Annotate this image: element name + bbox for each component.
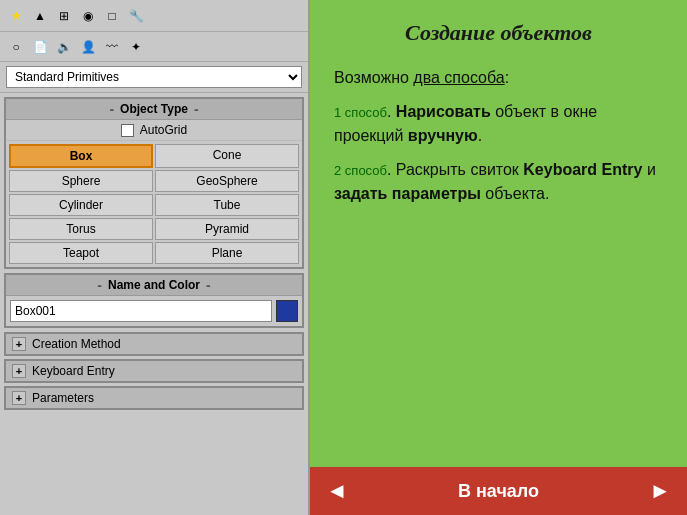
- speaker-icon[interactable]: 🔈: [54, 37, 74, 57]
- underline-text: два способа: [413, 69, 504, 86]
- pyramid-button[interactable]: Pyramid: [155, 218, 299, 240]
- parameters-label: Parameters: [32, 391, 94, 405]
- object-type-label: Object Type: [120, 102, 188, 116]
- object-type-section: - Object Type - AutoGrid Box Cone Sphere…: [4, 97, 304, 269]
- torus-button[interactable]: Torus: [9, 218, 153, 240]
- parameters-expand[interactable]: +: [12, 391, 26, 405]
- creation-method-label: Creation Method: [32, 337, 121, 351]
- wave-icon[interactable]: 〰: [102, 37, 122, 57]
- person-icon[interactable]: 👤: [78, 37, 98, 57]
- creation-method-section: + Creation Method: [4, 332, 304, 356]
- name-color-header: - Name and Color -: [6, 275, 302, 296]
- wrench-icon[interactable]: 🔧: [126, 6, 146, 26]
- square-icon[interactable]: □: [102, 6, 122, 26]
- object-grid: Box Cone Sphere GeoSphere Cylinder Tube …: [6, 141, 302, 267]
- name-input[interactable]: [10, 300, 272, 322]
- object-type-header: - Object Type -: [6, 99, 302, 120]
- keyboard-entry-expand[interactable]: +: [12, 364, 26, 378]
- cylinder-button[interactable]: Cylinder: [9, 194, 153, 216]
- name-color-section: - Name and Color -: [4, 273, 304, 328]
- circle-icon[interactable]: ◉: [78, 6, 98, 26]
- dash-left: -: [109, 101, 114, 117]
- way1-bold1: Нарисовать: [396, 103, 491, 120]
- nav-label: В начало: [458, 481, 539, 502]
- main-content: Возможно два способа: 1 способ. Нарисова…: [334, 66, 663, 206]
- star-icon[interactable]: ★: [6, 6, 26, 26]
- primitives-dropdown[interactable]: Standard Primitives Extended Primitives: [6, 66, 302, 88]
- keyboard-entry-label: Keyboard Entry: [32, 364, 115, 378]
- creation-method-expand[interactable]: +: [12, 337, 26, 351]
- color-swatch[interactable]: [276, 300, 298, 322]
- name-color-label: Name and Color: [108, 278, 200, 292]
- cone-button[interactable]: Cone: [155, 144, 299, 168]
- autogrid-label: AutoGrid: [140, 123, 187, 137]
- toolbar-second: ○ 📄 🔈 👤 〰 ✦: [0, 32, 308, 62]
- nc-dash-left: -: [97, 277, 102, 293]
- way2-paragraph: 2 способ. Раскрыть свиток Keyboard Entry…: [334, 158, 663, 206]
- keyboard-entry-header[interactable]: + Keyboard Entry: [6, 361, 302, 381]
- grid-icon[interactable]: ⊞: [54, 6, 74, 26]
- way1-paragraph: 1 способ. Нарисовать объект в окне проек…: [334, 100, 663, 148]
- sparkle-icon[interactable]: ✦: [126, 37, 146, 57]
- left-panel: ★ ▲ ⊞ ◉ □ 🔧 ○ 📄 🔈 👤 〰 ✦ Standard Primiti…: [0, 0, 310, 515]
- plane-button[interactable]: Plane: [155, 242, 299, 264]
- way1-number: 1 способ: [334, 105, 387, 120]
- dropdown-row: Standard Primitives Extended Primitives: [0, 62, 308, 93]
- keyboard-entry-ref: Keyboard Entry: [523, 161, 642, 178]
- teapot-button[interactable]: Teapot: [9, 242, 153, 264]
- sphere-button[interactable]: Sphere: [9, 170, 153, 192]
- doc-icon[interactable]: 📄: [30, 37, 50, 57]
- ellipse-icon[interactable]: ○: [6, 37, 26, 57]
- way2-number: 2 способ: [334, 163, 387, 178]
- intro-paragraph: Возможно два способа:: [334, 66, 663, 90]
- keyboard-entry-section: + Keyboard Entry: [4, 359, 304, 383]
- panel-content: - Object Type - AutoGrid Box Cone Sphere…: [0, 93, 308, 417]
- nc-dash-right: -: [206, 277, 211, 293]
- right-panel: Создание объектов Возможно два способа: …: [310, 0, 687, 515]
- nav-bar: ◄ В начало ►: [310, 467, 687, 515]
- dash-right: -: [194, 101, 199, 117]
- box-button[interactable]: Box: [9, 144, 153, 168]
- tube-button[interactable]: Tube: [155, 194, 299, 216]
- toolbar-top: ★ ▲ ⊞ ◉ □ 🔧: [0, 0, 308, 32]
- geosphere-button[interactable]: GeoSphere: [155, 170, 299, 192]
- way2-bold2: задать параметры: [334, 185, 481, 202]
- prev-button[interactable]: ◄: [326, 480, 348, 502]
- autogrid-checkbox[interactable]: [121, 124, 134, 137]
- name-input-row: [6, 296, 302, 326]
- parameters-section: + Parameters: [4, 386, 304, 410]
- next-button[interactable]: ►: [649, 480, 671, 502]
- autogrid-row: AutoGrid: [6, 120, 302, 141]
- creation-method-header[interactable]: + Creation Method: [6, 334, 302, 354]
- page-title: Создание объектов: [334, 20, 663, 46]
- way1-bold2: вручную: [408, 127, 478, 144]
- triangle-icon[interactable]: ▲: [30, 6, 50, 26]
- parameters-header[interactable]: + Parameters: [6, 388, 302, 408]
